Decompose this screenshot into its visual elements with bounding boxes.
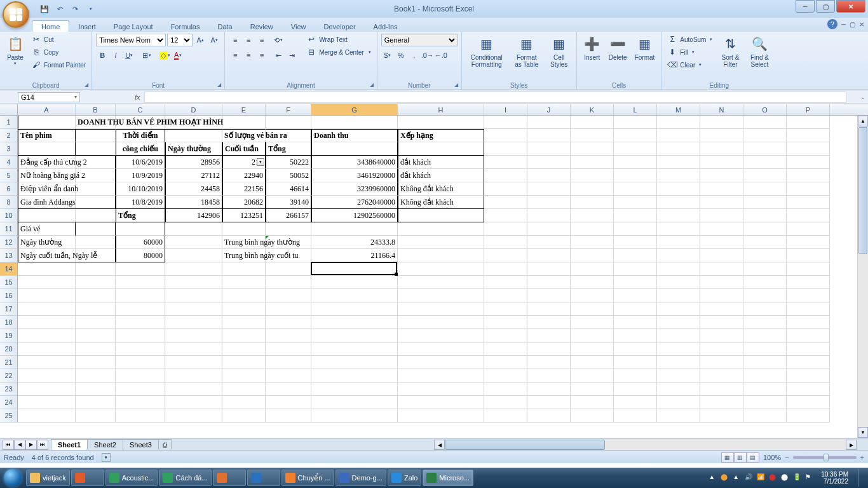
- cell[interactable]: [527, 289, 571, 302]
- cell[interactable]: [527, 383, 571, 396]
- cell[interactable]: [18, 316, 76, 329]
- cell[interactable]: [700, 249, 743, 262]
- cell[interactable]: [614, 182, 657, 196]
- column-header[interactable]: E: [222, 104, 266, 115]
- cut-button[interactable]: ✂Cut: [29, 34, 88, 45]
- cell[interactable]: [743, 156, 787, 169]
- taskbar-item[interactable]: Zalo: [388, 470, 421, 486]
- cell-ngay[interactable]: 10/9/2019: [116, 169, 165, 182]
- cell[interactable]: [527, 302, 571, 316]
- row-header[interactable]: 24: [0, 396, 18, 409]
- clear-button[interactable]: ⌫Clear▾: [665, 59, 714, 71]
- tab-page-layout[interactable]: Page Layout: [105, 21, 162, 32]
- header-cuoi-tuan[interactable]: Cuối tuần: [222, 142, 266, 156]
- number-launcher-icon[interactable]: ◢: [452, 81, 460, 88]
- row-header[interactable]: 22: [0, 369, 18, 383]
- help-icon[interactable]: ?: [827, 19, 837, 29]
- cell[interactable]: [398, 356, 484, 369]
- cell[interactable]: [165, 222, 222, 236]
- delete-cells-button[interactable]: ➖Delete: [606, 34, 630, 62]
- cell[interactable]: [571, 169, 614, 182]
- cell[interactable]: [18, 409, 76, 423]
- cell-nt-val[interactable]: 60000: [116, 236, 165, 249]
- cell-ten[interactable]: Điệp viên ẩn danh: [18, 182, 116, 196]
- font-launcher-icon[interactable]: ◢: [215, 81, 223, 88]
- clipboard-launcher-icon[interactable]: ◢: [83, 81, 90, 88]
- font-size-select[interactable]: 12: [167, 34, 193, 46]
- cell[interactable]: [266, 396, 311, 409]
- tray-icon[interactable]: ▲: [709, 473, 717, 482]
- cell[interactable]: [571, 302, 614, 316]
- cell[interactable]: [571, 129, 614, 142]
- sheet-nav-first-icon[interactable]: ⏮: [3, 440, 14, 450]
- cell[interactable]: [311, 316, 398, 329]
- cell[interactable]: [743, 169, 787, 182]
- cell[interactable]: [657, 342, 700, 356]
- cell[interactable]: [743, 409, 787, 423]
- cell[interactable]: [700, 196, 743, 209]
- decrease-decimal-icon[interactable]: ←.0: [435, 49, 447, 62]
- sheet-title[interactable]: DOANH THU BÁN VÉ PHIM HOẠT HÌNH: [76, 116, 311, 129]
- cell[interactable]: [614, 236, 657, 249]
- cell-xh[interactable]: đắt khách: [398, 169, 484, 182]
- zoom-level[interactable]: 100%: [763, 454, 781, 461]
- increase-decimal-icon[interactable]: .0→: [421, 49, 434, 62]
- cell[interactable]: [614, 116, 657, 129]
- cell[interactable]: [787, 209, 830, 222]
- cell[interactable]: [76, 302, 116, 316]
- cell[interactable]: [614, 142, 657, 156]
- cell[interactable]: [657, 236, 700, 249]
- cell[interactable]: [222, 383, 266, 396]
- cell[interactable]: [311, 329, 398, 342]
- cell[interactable]: [398, 142, 484, 156]
- cell[interactable]: [614, 369, 657, 383]
- page-layout-view-icon[interactable]: ▥: [734, 452, 747, 463]
- cell[interactable]: [398, 302, 484, 316]
- cell-tong[interactable]: 46614: [266, 182, 311, 196]
- cell[interactable]: [787, 342, 830, 356]
- cell[interactable]: [614, 396, 657, 409]
- zoom-slider[interactable]: [793, 456, 857, 459]
- maximize-button[interactable]: ▢: [816, 0, 835, 13]
- cell[interactable]: [266, 342, 311, 356]
- cell[interactable]: [787, 129, 830, 142]
- cell[interactable]: [571, 369, 614, 383]
- cell[interactable]: [657, 356, 700, 369]
- cell[interactable]: [657, 116, 700, 129]
- cell[interactable]: [657, 209, 700, 222]
- row-header[interactable]: 18: [0, 316, 18, 329]
- cell[interactable]: [787, 369, 830, 383]
- cell[interactable]: [787, 169, 830, 182]
- header-cong-chieu[interactable]: công chiếu: [116, 142, 165, 156]
- cell[interactable]: [700, 236, 743, 249]
- row-header[interactable]: 16: [0, 289, 18, 302]
- cell[interactable]: [527, 236, 571, 249]
- header-ten-phim[interactable]: Tên phim: [18, 129, 76, 142]
- conditional-formatting-button[interactable]: ▦Conditional Formatting: [466, 34, 508, 69]
- cell[interactable]: [743, 209, 787, 222]
- cell[interactable]: [76, 262, 116, 276]
- cell[interactable]: [116, 262, 165, 276]
- cell[interactable]: [571, 142, 614, 156]
- cell[interactable]: [165, 302, 222, 316]
- cell-ct[interactable]: 22940: [222, 169, 266, 182]
- cell[interactable]: [571, 356, 614, 369]
- cell[interactable]: [484, 182, 527, 196]
- cell[interactable]: [222, 342, 266, 356]
- cell[interactable]: [116, 342, 165, 356]
- cell[interactable]: [571, 383, 614, 396]
- cell[interactable]: [743, 342, 787, 356]
- cell[interactable]: [222, 369, 266, 383]
- sheet-tab-3[interactable]: Sheet3: [123, 439, 159, 450]
- cell-total-dt[interactable]: 12902560000: [311, 209, 398, 222]
- save-icon[interactable]: 💾: [38, 3, 51, 15]
- cell[interactable]: [571, 249, 614, 262]
- cell[interactable]: [743, 222, 787, 236]
- cell[interactable]: [787, 182, 830, 196]
- tab-formulas[interactable]: Formulas: [162, 21, 209, 32]
- cell[interactable]: [657, 222, 700, 236]
- cell[interactable]: [398, 289, 484, 302]
- vertical-scrollbar[interactable]: ▲ ▼: [857, 116, 868, 438]
- cell[interactable]: [787, 289, 830, 302]
- cell[interactable]: [222, 409, 266, 423]
